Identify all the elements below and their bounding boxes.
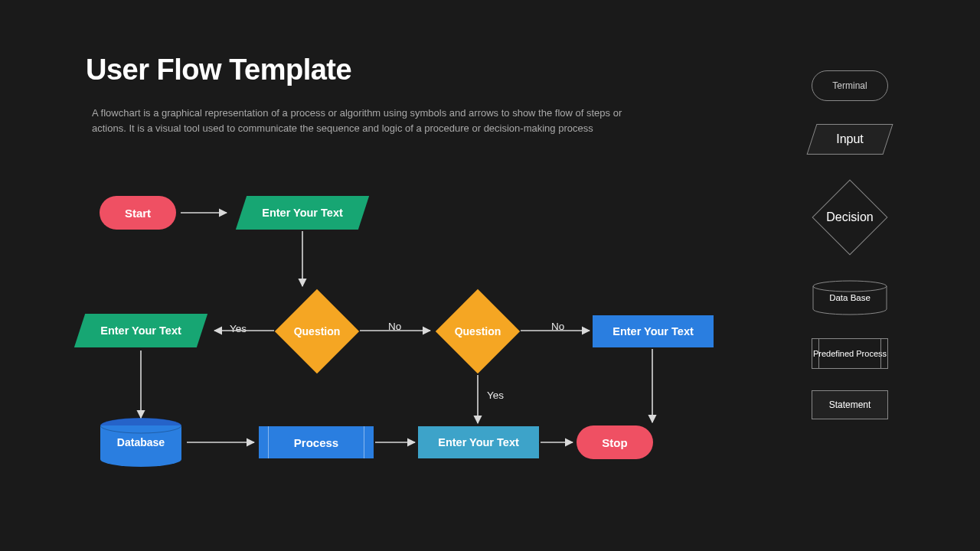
node-start-label: Start [125,207,151,220]
node-decision-1-label: Question [294,325,341,337]
legend-panel: Terminal Input Decision Data Base Predef… [812,70,896,419]
legend-statement: Statement [812,390,888,419]
node-statement-right-label: Enter Your Text [612,325,694,337]
legend-terminal-label: Terminal [832,80,867,91]
node-statement-cyan-label: Enter Your Text [438,436,519,448]
node-predefined-process[interactable]: Process [259,426,374,458]
edge-label-no-2: No [551,321,564,332]
edge-label-yes-1: Yes [230,323,247,334]
node-stop-label: Stop [602,436,627,449]
page-description: A flowchart is a graphical representatio… [92,106,643,136]
node-stop[interactable]: Stop [577,425,653,459]
edge-label-yes-2: Yes [487,390,504,401]
legend-database: Data Base [812,280,888,315]
node-process-label: Process [294,436,338,449]
legend-input: Input [812,124,888,155]
node-input-1-label: Enter Your Text [262,207,343,219]
edge-label-no-1: No [388,321,401,332]
legend-predefined-process: Predefined Process [812,338,888,369]
node-input-1[interactable]: Enter Your Text [241,196,364,230]
node-decision-2[interactable]: Question [436,289,520,373]
node-statement-right[interactable]: Enter Your Text [593,315,714,347]
legend-terminal: Terminal [812,70,888,101]
node-start[interactable]: Start [100,196,176,230]
legend-statement-label: Statement [829,399,871,410]
node-statement-cyan[interactable]: Enter Your Text [418,426,539,458]
legend-predefined-label: Predefined Process [813,349,887,358]
node-decision-1[interactable]: Question [275,289,359,373]
node-input-2[interactable]: Enter Your Text [80,314,202,347]
legend-decision-label: Decision [826,210,873,224]
page-title: User Flow Template [86,54,351,86]
legend-decision: Decision [812,179,888,256]
node-decision-2-label: Question [455,325,501,337]
node-database-label: Database [117,436,165,448]
legend-database-label: Data Base [829,293,871,302]
node-input-2-label: Enter Your Text [100,324,181,337]
legend-input-label: Input [836,132,864,146]
svg-point-0 [813,281,887,292]
node-database[interactable]: Database [99,422,183,462]
